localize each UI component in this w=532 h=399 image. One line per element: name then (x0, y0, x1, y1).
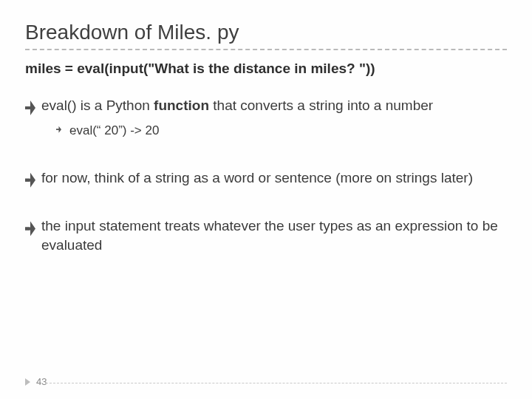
bullet-list: eval() is a Python function that convert… (25, 96, 507, 255)
bullet-text-bold: function (154, 98, 209, 113)
bullet-text: the input statement treats whatever the … (41, 218, 498, 253)
slide-footer: 43 (25, 376, 47, 387)
bullet-text-pre: eval() is a Python (41, 98, 154, 113)
page-number: 43 (36, 376, 47, 387)
bullet-item: the input statement treats whatever the … (25, 216, 507, 254)
bullet-item: eval() is a Python function that convert… (25, 96, 507, 139)
title-divider (25, 49, 507, 50)
sub-bullet-item: eval(“ 20”) -> 20 (56, 123, 507, 139)
footer-divider (46, 383, 507, 383)
sub-bullet-list: eval(“ 20”) -> 20 (41, 123, 507, 139)
bullet-item: for now, think of a string as a word or … (25, 168, 507, 188)
code-line: miles = eval(input("What is the distance… (25, 61, 507, 77)
footer-arrow-icon (25, 378, 30, 386)
slide: Breakdown of Miles. py miles = eval(inpu… (0, 0, 532, 399)
bullet-text-post: that converts a string into a number (209, 98, 433, 113)
bullet-text: for now, think of a string as a word or … (41, 170, 473, 185)
slide-title: Breakdown of Miles. py (25, 21, 507, 44)
